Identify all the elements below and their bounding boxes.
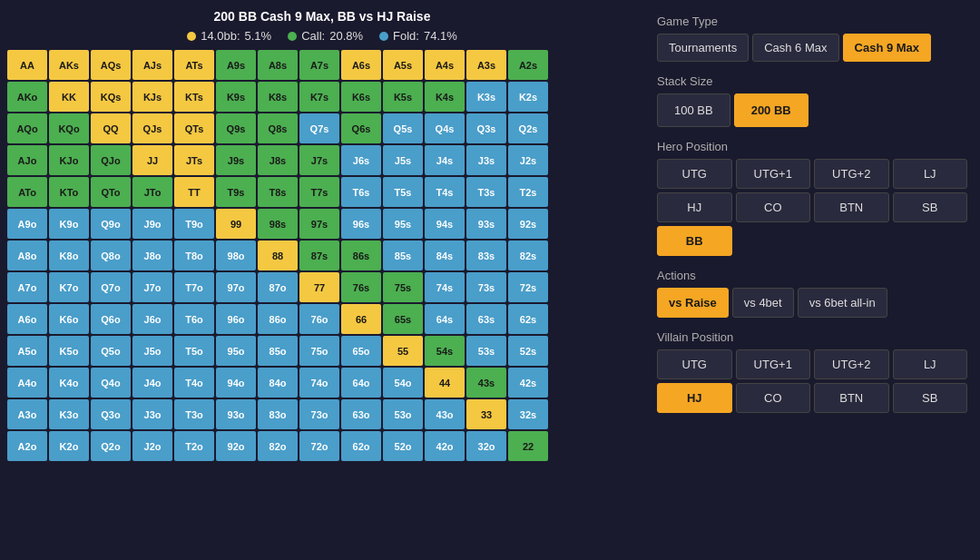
- hand-cell[interactable]: J5s: [383, 145, 423, 175]
- hand-cell[interactable]: K9o: [49, 209, 89, 239]
- hand-cell[interactable]: A7o: [7, 272, 47, 302]
- hand-cell[interactable]: T5o: [174, 336, 214, 366]
- hand-cell[interactable]: 52o: [383, 431, 423, 461]
- hand-cell[interactable]: 87o: [258, 272, 298, 302]
- hand-cell[interactable]: J8s: [258, 145, 298, 175]
- hand-cell[interactable]: Q7s: [299, 113, 339, 143]
- hand-cell[interactable]: 95o: [216, 336, 256, 366]
- hand-cell[interactable]: A5s: [383, 50, 423, 80]
- hand-cell[interactable]: J9s: [216, 145, 256, 175]
- hand-cell[interactable]: 33: [466, 399, 506, 429]
- hand-cell[interactable]: 96s: [341, 209, 381, 239]
- hand-cell[interactable]: 65o: [341, 336, 381, 366]
- hero-pos-btn-bb[interactable]: BB: [657, 226, 732, 256]
- hand-cell[interactable]: 86s: [341, 241, 381, 270]
- hand-cell[interactable]: 73o: [299, 399, 339, 429]
- hand-cell[interactable]: K8o: [49, 241, 89, 270]
- hand-cell[interactable]: T9s: [216, 177, 256, 207]
- hand-cell[interactable]: K7s: [299, 82, 339, 112]
- hand-cell[interactable]: QJo: [91, 145, 131, 175]
- hand-cell[interactable]: 84o: [258, 368, 298, 398]
- hand-cell[interactable]: K4s: [425, 82, 465, 112]
- hand-cell[interactable]: 94s: [425, 209, 465, 239]
- hand-cell[interactable]: AQs: [91, 50, 131, 80]
- hand-cell[interactable]: 87s: [299, 241, 339, 270]
- hand-cell[interactable]: 22: [508, 431, 548, 461]
- hand-cell[interactable]: 53o: [383, 399, 423, 429]
- hand-cell[interactable]: 95s: [383, 209, 423, 239]
- hand-cell[interactable]: 66: [341, 304, 381, 334]
- hand-cell[interactable]: 92o: [216, 431, 256, 461]
- action-btn-vs-4bet[interactable]: vs 4bet: [732, 288, 794, 318]
- villain-pos-btn-utgplus2[interactable]: UTG+2: [814, 349, 889, 379]
- hand-cell[interactable]: A8o: [7, 241, 47, 270]
- hand-cell[interactable]: T6o: [174, 304, 214, 334]
- hand-cell[interactable]: 52s: [508, 336, 548, 366]
- hand-cell[interactable]: 43s: [466, 368, 506, 398]
- hand-cell[interactable]: 98s: [258, 209, 298, 239]
- hand-cell[interactable]: Q5o: [91, 336, 131, 366]
- hand-cell[interactable]: J8o: [132, 241, 172, 270]
- hand-cell[interactable]: KQo: [49, 113, 89, 143]
- hand-cell[interactable]: J9o: [132, 209, 172, 239]
- hand-cell[interactable]: A6s: [341, 50, 381, 80]
- hand-cell[interactable]: J2s: [508, 145, 548, 175]
- hand-cell[interactable]: QTo: [91, 177, 131, 207]
- hand-cell[interactable]: 98o: [216, 241, 256, 270]
- hand-cell[interactable]: 65s: [383, 304, 423, 334]
- hero-pos-btn-co[interactable]: CO: [736, 192, 811, 222]
- hand-cell[interactable]: J6s: [341, 145, 381, 175]
- hand-cell[interactable]: 82o: [258, 431, 298, 461]
- hero-pos-btn-hj[interactable]: HJ: [657, 192, 732, 222]
- stack-size-btn[interactable]: 200 BB: [734, 93, 808, 127]
- villain-pos-btn-btn[interactable]: BTN: [814, 383, 889, 413]
- hand-cell[interactable]: Q6s: [341, 113, 381, 143]
- hand-cell[interactable]: AKo: [7, 82, 47, 112]
- hand-cell[interactable]: KJo: [49, 145, 89, 175]
- hand-cell[interactable]: Q3s: [466, 113, 506, 143]
- hand-cell[interactable]: Q3o: [91, 399, 131, 429]
- game-type-btn-cash-6-max[interactable]: Cash 6 Max: [752, 34, 838, 62]
- hand-cell[interactable]: Q2o: [91, 431, 131, 461]
- hand-cell[interactable]: Q9s: [216, 113, 256, 143]
- hero-pos-btn-utgplus1[interactable]: UTG+1: [736, 159, 811, 189]
- hand-cell[interactable]: A4o: [7, 368, 47, 398]
- hand-cell[interactable]: J7s: [299, 145, 339, 175]
- villain-pos-btn-sb[interactable]: SB: [893, 383, 968, 413]
- hand-cell[interactable]: KTo: [49, 177, 89, 207]
- hand-cell[interactable]: T9o: [174, 209, 214, 239]
- hand-cell[interactable]: 62s: [508, 304, 548, 334]
- hand-cell[interactable]: T6s: [341, 177, 381, 207]
- hand-cell[interactable]: JTs: [174, 145, 214, 175]
- hand-cell[interactable]: Q5s: [383, 113, 423, 143]
- hand-cell[interactable]: A2s: [508, 50, 548, 80]
- hand-cell[interactable]: 63o: [341, 399, 381, 429]
- hand-cell[interactable]: QJs: [132, 113, 172, 143]
- hand-cell[interactable]: 97s: [299, 209, 339, 239]
- hand-cell[interactable]: 44: [425, 368, 465, 398]
- hand-cell[interactable]: T5s: [383, 177, 423, 207]
- hand-cell[interactable]: QQ: [91, 113, 131, 143]
- hand-cell[interactable]: A3o: [7, 399, 47, 429]
- hand-cell[interactable]: ATs: [174, 50, 214, 80]
- hero-pos-btn-lj[interactable]: LJ: [893, 159, 968, 189]
- villain-pos-btn-lj[interactable]: LJ: [893, 349, 968, 379]
- hand-cell[interactable]: AA: [7, 50, 47, 80]
- hand-cell[interactable]: Q8s: [258, 113, 298, 143]
- hand-cell[interactable]: 83o: [258, 399, 298, 429]
- hand-cell[interactable]: A4s: [425, 50, 465, 80]
- hand-cell[interactable]: Q9o: [91, 209, 131, 239]
- game-type-btn-cash-9-max[interactable]: Cash 9 Max: [843, 34, 932, 62]
- hand-cell[interactable]: 92s: [508, 209, 548, 239]
- hand-cell[interactable]: 93s: [466, 209, 506, 239]
- hero-pos-btn-btn[interactable]: BTN: [814, 192, 889, 222]
- game-type-btn-tournaments[interactable]: Tournaments: [657, 34, 749, 62]
- hand-cell[interactable]: 42o: [425, 431, 465, 461]
- hand-cell[interactable]: 82s: [508, 241, 548, 270]
- hand-cell[interactable]: 94o: [216, 368, 256, 398]
- hand-cell[interactable]: K2o: [49, 431, 89, 461]
- hand-cell[interactable]: 77: [299, 272, 339, 302]
- hand-cell[interactable]: A9o: [7, 209, 47, 239]
- hand-cell[interactable]: K2s: [508, 82, 548, 112]
- hand-cell[interactable]: T7s: [299, 177, 339, 207]
